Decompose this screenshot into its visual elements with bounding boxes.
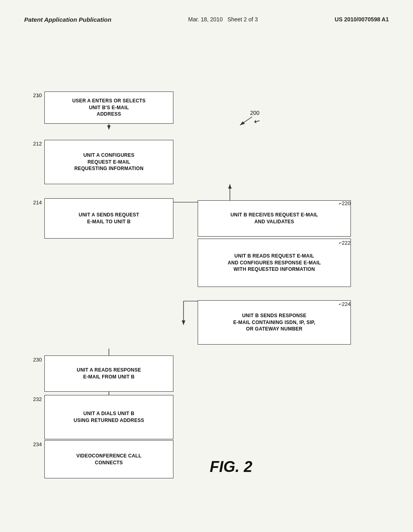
box-214: UNIT A SENDS REQUESTE-MAIL TO UNIT B	[44, 198, 173, 239]
ref-230: 230	[33, 357, 42, 363]
box-234: VIDEOCONFERENCE CALLCONNECTS	[44, 440, 173, 478]
box-232: UNIT A DIALS UNIT BUSING RETURNED ADDRES…	[44, 395, 173, 439]
publication-title: Patent Application Publication	[24, 16, 111, 23]
ref-234: 234	[33, 441, 42, 447]
ref-214: 214	[33, 200, 42, 206]
ref-224: ⌐224	[339, 301, 350, 307]
fig-label: FIG. 2	[210, 458, 252, 476]
box-230: UNIT A READS RESPONSEE-MAIL FROM UNIT B	[44, 355, 173, 392]
page-header: Patent Application Publication Mar. 18, …	[0, 0, 413, 31]
publication-date-sheet: Mar. 18, 2010 Sheet 2 of 3	[188, 16, 258, 23]
box-224: UNIT B SENDS RESPONSEE-MAIL CONTAINING I…	[198, 300, 351, 345]
page: Patent Application Publication Mar. 18, …	[0, 0, 413, 532]
ref-212: 212	[33, 141, 42, 147]
svg-line-11	[240, 117, 252, 125]
box-220: UNIT B RECEIVES REQUEST E-MAILAND VALIDA…	[198, 200, 351, 237]
diagram-area: USER A ENTERS OR SELECTS UNIT B'S E-MAIL…	[0, 31, 413, 495]
box-212: UNIT A CONFIGURESREQUEST E-MAILREQUESTIN…	[44, 140, 173, 184]
ref-220: ⌐220	[339, 200, 350, 206]
ref-232: 232	[33, 396, 42, 402]
box-222: UNIT B READS REQUEST E-MAILAND CONFIGURE…	[198, 239, 351, 287]
box-210: USER A ENTERS OR SELECTS UNIT B'S E-MAIL…	[44, 91, 173, 124]
patent-number: US 2010/0070598 A1	[335, 16, 389, 23]
ref-200: 200	[250, 110, 259, 116]
ref-222: ⌐222	[339, 240, 350, 246]
